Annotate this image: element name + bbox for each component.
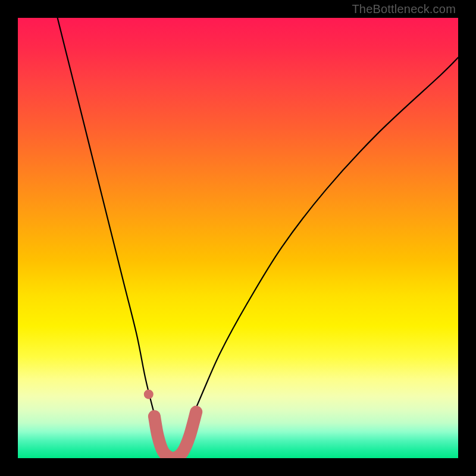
plot-area [18, 18, 458, 458]
bottleneck-curve [58, 18, 458, 458]
chart-frame: TheBottleneck.com [0, 0, 476, 476]
watermark-text: TheBottleneck.com [352, 2, 456, 16]
valley-dot-marker [144, 390, 154, 399]
valley-highlight [154, 412, 196, 458]
curve-layer [18, 18, 458, 458]
